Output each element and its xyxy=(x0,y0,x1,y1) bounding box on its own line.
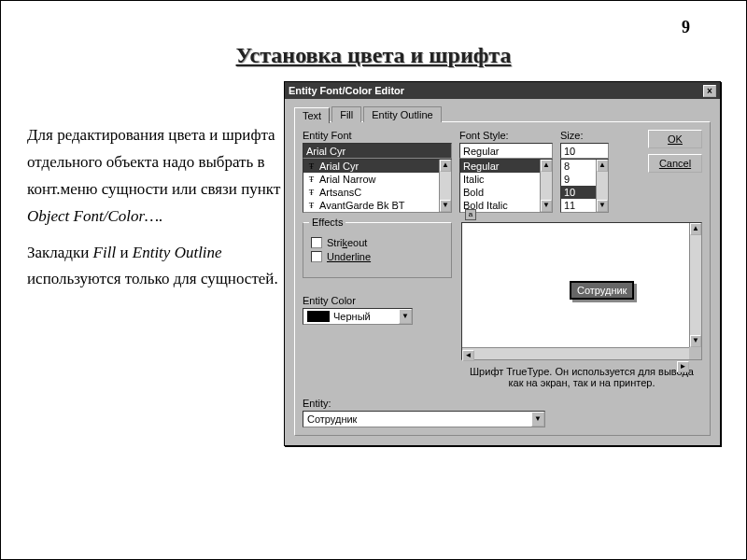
scroll-up-button[interactable]: ▲ xyxy=(541,160,552,172)
list-item[interactable]: Regular xyxy=(460,160,552,173)
scrollbar-vertical[interactable]: ▲ ▼ xyxy=(596,160,608,212)
label-effects: Effects xyxy=(309,217,345,228)
cancel-label: Cancel xyxy=(659,158,691,169)
truetype-icon: Ŧ xyxy=(306,188,317,198)
strikeout-label: Strikeout xyxy=(327,237,367,248)
font-style-input[interactable]: Regular xyxy=(459,143,553,159)
body-p1b: Object Font/Color…. xyxy=(27,207,162,225)
body-p2b: Fill xyxy=(93,244,117,261)
size-input[interactable]: 10 xyxy=(560,143,609,159)
list-item-label: ArtsansC xyxy=(319,186,361,199)
ok-button[interactable]: OK xyxy=(648,130,702,148)
preview-hint: Шрифт TrueType. Он используется для выво… xyxy=(461,366,702,388)
tab-panel: Entity Font Arial Cyr ŦArial Cyr ŦArial … xyxy=(294,121,711,436)
effects-group: Effects Strikeout Underline xyxy=(303,222,452,278)
list-item[interactable]: ŦArial Cyr xyxy=(303,160,451,173)
cancel-button[interactable]: Cancel xyxy=(648,154,702,173)
list-item[interactable]: Bold xyxy=(460,186,552,199)
entity-value: Сотрудник xyxy=(307,413,357,425)
label-entity-font: Entity Font xyxy=(303,130,452,141)
body-p2c: и xyxy=(116,244,133,261)
scroll-corner xyxy=(689,347,701,359)
list-item-label: Arial Cyr xyxy=(319,160,359,173)
scroll-down-button[interactable]: ▼ xyxy=(597,200,608,212)
label-entity-color: Entity Color xyxy=(303,295,452,306)
body-p2a: Закладки xyxy=(27,244,93,261)
checkbox-icon xyxy=(311,237,322,248)
list-item-label: AvantGarde Bk BT xyxy=(319,199,405,212)
scrollbar-vertical[interactable]: ▲ ▼ xyxy=(540,160,552,212)
list-item[interactable]: ŦArial Narrow xyxy=(303,173,451,186)
truetype-icon: Ŧ xyxy=(306,175,317,185)
scroll-up-button[interactable]: ▲ xyxy=(440,160,451,172)
font-name-input[interactable]: Arial Cyr xyxy=(303,143,452,159)
preview-pane: Сотрудник ▲ ▼ ◄ ► xyxy=(461,222,702,360)
checkbox-icon xyxy=(311,251,322,262)
scroll-left-button[interactable]: ◄ xyxy=(462,350,474,361)
label-entity: Entity: xyxy=(303,398,702,409)
scroll-down-button[interactable]: ▼ xyxy=(541,200,552,212)
tab-entity-outline[interactable]: Entity Outline xyxy=(363,106,441,122)
list-item[interactable]: Italic xyxy=(460,173,552,186)
preview-icon: a xyxy=(465,209,476,220)
truetype-icon: Ŧ xyxy=(306,201,317,211)
label-font-style: Font Style: xyxy=(459,130,553,141)
entity-color-combo[interactable]: Черный ▼ xyxy=(303,308,413,325)
style-listbox[interactable]: Regular Italic Bold Bold Italic ▲ ▼ xyxy=(459,159,553,213)
tab-strip: Text Fill Entity Outline xyxy=(294,106,711,122)
scrollbar-vertical[interactable]: ▲ ▼ xyxy=(439,160,451,212)
size-listbox[interactable]: 8 9 10 11 ▲ ▼ xyxy=(560,159,609,213)
font-color-dialog: Entity Font/Color Editor × Text Fill Ent… xyxy=(284,81,721,446)
underline-checkbox[interactable]: Underline xyxy=(311,251,444,262)
chevron-down-icon[interactable]: ▼ xyxy=(531,412,544,427)
color-swatch xyxy=(307,311,330,322)
list-item[interactable]: ŦArtsansC xyxy=(303,186,451,199)
truetype-icon: Ŧ xyxy=(306,161,317,172)
scrollbar-vertical[interactable]: ▲ ▼ xyxy=(689,223,701,347)
scrollbar-horizontal[interactable]: ◄ ► xyxy=(462,347,689,359)
tab-fill[interactable]: Fill xyxy=(331,106,361,122)
list-item-label: Arial Narrow xyxy=(319,173,376,186)
body-text: Для редактирования цвета и шрифта отдель… xyxy=(27,122,284,302)
page-title: Установка цвета и шрифта xyxy=(1,43,746,68)
entity-combo[interactable]: Сотрудник ▼ xyxy=(303,411,545,427)
close-button[interactable]: × xyxy=(703,85,716,97)
ok-label: OK xyxy=(668,133,683,145)
list-item[interactable]: ŦAvantGarde Bk BT xyxy=(303,199,451,212)
page-number: 9 xyxy=(682,18,690,37)
label-size: Size: xyxy=(560,130,609,141)
strikeout-checkbox[interactable]: Strikeout xyxy=(311,237,444,248)
font-listbox[interactable]: ŦArial Cyr ŦArial Narrow ŦArtsansC ŦAvan… xyxy=(303,159,452,213)
dialog-title: Entity Font/Color Editor xyxy=(289,85,404,96)
color-name: Черный xyxy=(333,311,371,322)
body-p2d: Entity Outline xyxy=(133,244,222,261)
body-p1a: Для редактирования цвета и шрифта отдель… xyxy=(27,126,280,198)
body-p2e: используются только для сущностей. xyxy=(27,270,278,287)
scroll-up-button[interactable]: ▲ xyxy=(597,160,608,172)
chevron-down-icon[interactable]: ▼ xyxy=(399,309,412,324)
scroll-down-button[interactable]: ▼ xyxy=(690,335,701,347)
underline-label: Underline xyxy=(327,251,371,262)
scroll-up-button[interactable]: ▲ xyxy=(690,223,701,235)
preview-entity: Сотрудник xyxy=(570,281,634,300)
dialog-titlebar[interactable]: Entity Font/Color Editor × xyxy=(285,82,720,99)
scroll-down-button[interactable]: ▼ xyxy=(440,200,451,212)
tab-text[interactable]: Text xyxy=(294,107,330,123)
scroll-right-button[interactable]: ► xyxy=(677,361,689,372)
